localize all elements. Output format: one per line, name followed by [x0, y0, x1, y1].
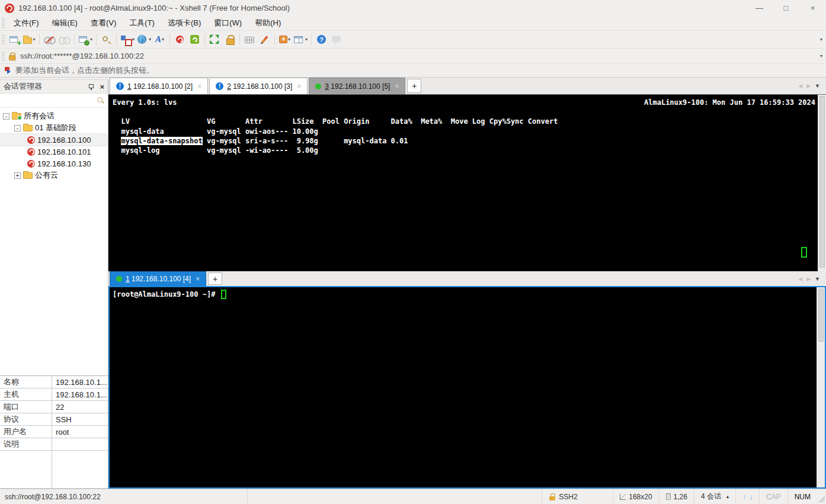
new-file-button[interactable]: ▾ [277, 33, 292, 47]
tab-scroll-left-icon[interactable]: ◀ [798, 276, 802, 282]
next-session-icon[interactable]: ↓ [749, 493, 753, 501]
bottom-terminal-scrollbar[interactable] [817, 287, 825, 487]
tree-item-session-130[interactable]: 192.168.10.130 [0, 158, 108, 169]
font-button[interactable]: A▾ [152, 33, 167, 47]
status-protocol: SSH2 [542, 489, 613, 504]
open-session-dropdown[interactable]: ▾ [33, 37, 35, 42]
new-file-dropdown[interactable]: ▾ [288, 37, 290, 42]
collapse-icon[interactable]: - [14, 125, 21, 131]
tab-close-icon[interactable]: × [196, 82, 203, 91]
tab-close-icon[interactable]: × [194, 275, 201, 283]
toolbar-separator [239, 34, 240, 45]
panel-close-icon[interactable]: × [100, 82, 104, 91]
web-dropdown[interactable]: ▾ [149, 37, 151, 42]
tab-close-icon[interactable]: × [393, 82, 400, 91]
bottom-terminal-pane: 1 192.168.10.100 [4] × + ◀ ▶ ▼ [root@Alm… [108, 271, 826, 489]
tab-session-5-active[interactable]: 3 192.168.10.100 [5] × [309, 78, 405, 94]
menu-file[interactable]: 文件(F) [7, 16, 46, 30]
sessions-dropdown-icon[interactable]: ▴ [726, 494, 729, 499]
tile-dropdown[interactable]: ▾ [305, 37, 308, 42]
status-session-count[interactable]: 4 会话 ▴ [694, 489, 736, 504]
address-input[interactable]: ssh://root:******@192.168.10.100:22 [20, 52, 819, 60]
minimize-button[interactable]: — [746, 0, 773, 16]
transfer-button[interactable]: ▾ [119, 33, 136, 47]
tab-session-3[interactable]: ! 2 192.168.10.100 [3] × [209, 78, 308, 94]
property-row-name: 名称 192.168.10.1... [0, 376, 108, 389]
top-tab-bar: ! 1 192.168.10.100 [2] × ! 2 192.168.10.… [108, 78, 826, 94]
help-button[interactable]: ? [314, 33, 329, 47]
maximize-button[interactable]: □ [773, 0, 799, 16]
find-button[interactable] [99, 33, 114, 47]
session-icon [27, 136, 35, 144]
new-session-button[interactable] [7, 33, 22, 47]
tree-item-session-101[interactable]: 192.168.10.101 [0, 146, 108, 158]
menu-help[interactable]: 帮助(H) [248, 16, 287, 30]
menu-tools[interactable]: 工具(T) [123, 16, 161, 30]
reconnect-button[interactable] [57, 33, 72, 47]
xshell-button[interactable] [172, 33, 187, 47]
feedback-button[interactable] [329, 33, 344, 47]
session-properties-icon [78, 34, 89, 45]
scrollbar-thumb[interactable] [819, 96, 825, 268]
xftp-button[interactable] [187, 33, 202, 47]
session-properties-button[interactable]: ▾ [77, 33, 94, 47]
lock-screen-button[interactable] [222, 33, 237, 47]
terminal-cursor [801, 247, 807, 258]
virtual-keyboard-button[interactable] [242, 33, 257, 47]
tree-item-session-100[interactable]: 192.168.10.100 [0, 134, 108, 146]
toolbar-overflow-dropdown[interactable]: ▾ [820, 37, 822, 42]
alert-icon: ! [116, 82, 124, 90]
title-bar: 192.168.10.100 [4] - root@AlmaLinux9-100… [0, 0, 826, 16]
font-dropdown[interactable]: ▾ [162, 37, 164, 42]
previous-session-icon[interactable]: ↑ [742, 493, 746, 501]
menu-tabs[interactable]: 选项卡(B) [161, 16, 207, 30]
ssl-lock-icon [8, 52, 16, 60]
tree-item-all-sessions[interactable]: - 所有会话 [0, 110, 108, 122]
menu-window[interactable]: 窗口(W) [207, 16, 248, 30]
tab-list-dropdown-icon[interactable]: ▼ [815, 83, 820, 89]
open-session-button[interactable]: ▾ [22, 33, 37, 47]
bottom-terminal[interactable]: [root@AlmaLinux9-100 ~]# [108, 286, 826, 489]
close-button[interactable]: × [799, 0, 826, 16]
new-tab-button[interactable]: + [407, 79, 421, 93]
caps-lock-indicator: CAP [760, 489, 788, 504]
property-row-port: 端口 22 [0, 401, 108, 413]
status-terminal-size[interactable]: 168x20 [613, 489, 659, 504]
tab-scroll-left-icon[interactable]: ◀ [798, 83, 802, 89]
pen-icon [259, 34, 270, 45]
tree-item-folder-cloud[interactable]: + 公有云 [0, 169, 108, 181]
window-resize-grip[interactable] [817, 495, 825, 502]
tree-item-folder-basic[interactable]: - 01 基础阶段 [0, 122, 108, 134]
menu-view[interactable]: 查看(V) [84, 16, 123, 30]
scrollbar-thumb[interactable] [818, 288, 824, 342]
toolbar-separator [116, 34, 117, 45]
top-terminal-scrollbar[interactable] [818, 95, 826, 271]
tile-windows-button[interactable]: ▾ [292, 33, 309, 47]
addressbar-grip [2, 52, 5, 61]
fullscreen-button[interactable]: ◤◥◣◢ [207, 33, 222, 47]
menu-edit[interactable]: 编辑(E) [46, 16, 84, 30]
disconnect-button[interactable] [42, 33, 57, 47]
disconnect-icon [44, 34, 55, 45]
addressbar-dropdown[interactable]: ▾ [820, 53, 822, 59]
num-lock-indicator: NUM [788, 489, 817, 504]
tab-scroll-right-icon[interactable]: ▶ [806, 276, 811, 282]
session-search-input[interactable] [4, 97, 97, 105]
top-terminal[interactable]: Every 1.0s: lvs AlmaLinux9-100: Mon Jun … [108, 94, 826, 271]
compose-button[interactable] [257, 33, 272, 47]
transfer-dropdown[interactable]: ▾ [132, 37, 135, 42]
tab-session-2[interactable]: ! 1 192.168.10.100 [2] × [110, 78, 208, 94]
bottom-tab-bar: 1 192.168.10.100 [4] × + ◀ ▶ ▼ [108, 271, 826, 286]
tab-scroll-right-icon[interactable]: ▶ [806, 83, 811, 89]
properties-dropdown[interactable]: ▾ [90, 37, 92, 42]
window-title: 192.168.10.100 [4] - root@AlmaLinux9-100… [18, 4, 746, 12]
tab-close-icon[interactable]: × [296, 82, 302, 91]
toolbar-separator [274, 34, 275, 45]
collapse-icon[interactable]: - [3, 113, 9, 120]
tab-list-dropdown-icon[interactable]: ▼ [815, 276, 820, 282]
tab-session-4-active[interactable]: 1 192.168.10.100 [4] × [110, 271, 206, 286]
new-tab-button[interactable]: + [208, 272, 222, 285]
expand-icon[interactable]: + [14, 172, 21, 179]
pin-icon[interactable] [88, 84, 94, 90]
web-browser-button[interactable]: ▾ [136, 33, 152, 47]
